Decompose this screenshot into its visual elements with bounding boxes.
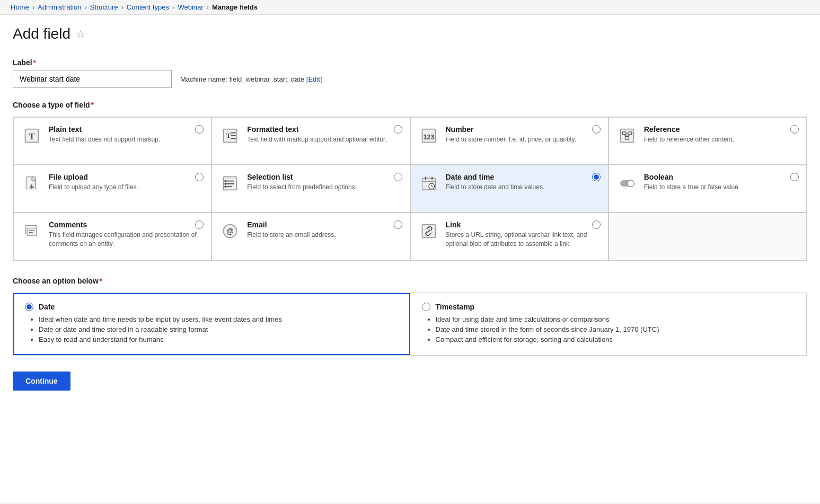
field-type-card-boolean[interactable]: BooleanField to store a true or false va… — [609, 165, 807, 213]
option-timestamp-bullets: Ideal for using date and time calculatio… — [422, 315, 796, 346]
reference-name: Reference — [644, 125, 799, 134]
svg-point-23 — [225, 180, 227, 182]
svg-text:T: T — [29, 132, 35, 141]
number-desc: Field to store number. I.e. id, price, o… — [446, 135, 601, 144]
number-icon: 123 — [418, 125, 439, 146]
comments-desc: This field manages configuration and pre… — [49, 231, 204, 249]
field-type-card-file-upload[interactable]: File uploadField to upload any type of f… — [13, 165, 211, 213]
option-card-date[interactable]: DateIdeal when date and time needs to be… — [13, 293, 410, 355]
breadcrumb-content-types[interactable]: Content types — [127, 3, 169, 11]
option-bullet: Ideal when date and time needs to be inp… — [39, 315, 399, 323]
selection-list-desc: Field to select from predefined options. — [247, 183, 402, 192]
link-radio[interactable] — [592, 220, 601, 229]
machine-name: Machine name: field_webinar_start_date [… — [180, 75, 322, 83]
svg-rect-9 — [620, 129, 633, 143]
breadcrumb-manage-fields: Manage fields — [212, 3, 258, 11]
email-radio[interactable] — [394, 220, 402, 229]
file-upload-name: File upload — [49, 173, 204, 181]
date-and-time-radio[interactable] — [592, 173, 601, 181]
file-upload-radio[interactable] — [195, 173, 204, 181]
field-type-card-comments[interactable]: CommentsThis field manages configuration… — [13, 213, 211, 260]
field-type-card-number[interactable]: 123 NumberField to store number. I.e. id… — [410, 117, 609, 165]
machine-name-edit-link[interactable]: [Edit] — [306, 75, 322, 83]
formatted-text-radio[interactable] — [394, 125, 402, 134]
formatted-text-icon: T — [219, 125, 241, 146]
comments-radio[interactable] — [195, 220, 204, 229]
file-upload-icon — [21, 173, 42, 194]
label-row: Machine name: field_webinar_start_date [… — [13, 70, 807, 88]
boolean-radio[interactable] — [790, 173, 799, 181]
label-group: Label* Machine name: field_webinar_start… — [13, 58, 807, 88]
field-type-card-link[interactable]: LinkStores a URL string, optional varcha… — [410, 213, 609, 260]
option-bullet: Compact and efficient for storage, sorti… — [436, 335, 796, 343]
svg-point-25 — [225, 185, 227, 188]
label-input[interactable] — [13, 70, 172, 88]
date-and-time-desc: Field to store date and time values. — [446, 183, 601, 192]
comments-name: Comments — [49, 220, 204, 229]
option-date-radio[interactable] — [25, 303, 33, 311]
breadcrumb-structure[interactable]: Structure — [90, 3, 118, 11]
option-date-bullets: Ideal when date and time needs to be inp… — [25, 315, 399, 346]
file-upload-desc: Field to upload any type of files. — [49, 183, 204, 192]
label-field-label: Label* — [13, 58, 807, 67]
svg-text:T: T — [226, 132, 231, 139]
option-section: Choose an option below* DateIdeal when d… — [13, 277, 807, 356]
breadcrumb-administration[interactable]: Administration — [38, 3, 81, 11]
selection-list-icon — [219, 173, 241, 194]
field-type-label: Choose a type of field* — [13, 101, 807, 109]
option-bullet: Easy to read and understand for humans — [39, 335, 399, 343]
reference-desc: Field to reference other content. — [644, 135, 799, 144]
plain-text-name: Plain text — [49, 125, 204, 134]
favorite-icon[interactable]: ☆ — [76, 28, 85, 40]
email-desc: Field to store an email address. — [247, 231, 402, 240]
page-title: Add field — [13, 25, 70, 42]
field-type-card-email[interactable]: @ EmailField to store an email address. — [211, 213, 410, 260]
date-and-time-name: Date and time — [446, 173, 601, 181]
svg-text:@: @ — [226, 227, 234, 235]
option-bullet: Date and time stored in the form of seco… — [436, 325, 796, 333]
page-title-row: Add field ☆ — [13, 25, 807, 42]
field-type-empty — [609, 213, 807, 260]
field-type-card-plain-text[interactable]: T Plain textText field that does not sup… — [13, 117, 211, 165]
option-timestamp-label: Timestamp — [436, 303, 475, 311]
field-type-grid: T Plain textText field that does not sup… — [13, 117, 807, 261]
continue-button[interactable]: Continue — [13, 372, 70, 391]
plain-text-radio[interactable] — [195, 125, 204, 134]
plain-text-desc: Text field that does not support markup. — [49, 135, 204, 144]
option-card-timestamp[interactable]: TimestampIdeal for using date and time c… — [410, 293, 807, 355]
svg-point-34 — [628, 180, 634, 187]
link-name: Link — [446, 220, 601, 229]
svg-rect-36 — [27, 228, 37, 236]
selection-list-radio[interactable] — [394, 173, 402, 181]
field-type-card-selection-list[interactable]: Selection listField to select from prede… — [211, 165, 410, 213]
breadcrumb-home[interactable]: Home — [11, 3, 29, 11]
option-grid: DateIdeal when date and time needs to be… — [13, 293, 807, 356]
field-type-card-formatted-text[interactable]: T Formatted textText field with markup s… — [211, 117, 410, 165]
number-name: Number — [446, 125, 601, 134]
number-radio[interactable] — [592, 125, 601, 134]
reference-radio[interactable] — [790, 125, 799, 134]
field-type-group: Choose a type of field* T Plain textText… — [13, 101, 807, 261]
comments-icon — [21, 220, 42, 242]
boolean-name: Boolean — [644, 173, 799, 181]
boolean-icon — [616, 173, 638, 194]
breadcrumb-webinar[interactable]: Webinar — [178, 3, 203, 11]
link-desc: Stores a URL string, optional varchar li… — [446, 231, 601, 249]
email-icon: @ — [219, 220, 241, 242]
option-timestamp-radio[interactable] — [422, 303, 430, 311]
option-bullet: Ideal for using date and time calculatio… — [436, 315, 796, 323]
selection-list-name: Selection list — [247, 173, 402, 181]
plain-text-icon: T — [21, 125, 42, 146]
reference-icon — [616, 125, 638, 146]
breadcrumb: Home › Administration › Structure › Cont… — [0, 0, 820, 15]
svg-text:123: 123 — [423, 134, 434, 141]
formatted-text-name: Formatted text — [247, 125, 402, 134]
date-and-time-icon — [418, 173, 439, 194]
field-type-card-reference[interactable]: ReferenceField to reference other conten… — [609, 117, 807, 165]
field-type-card-date-and-time[interactable]: Date and timeField to store date and tim… — [410, 165, 609, 213]
link-icon — [418, 220, 439, 242]
svg-point-24 — [225, 183, 227, 185]
option-date-label: Date — [39, 303, 55, 311]
option-bullet: Date or date and time stored in a readab… — [39, 325, 399, 333]
option-section-label: Choose an option below* — [13, 277, 807, 285]
